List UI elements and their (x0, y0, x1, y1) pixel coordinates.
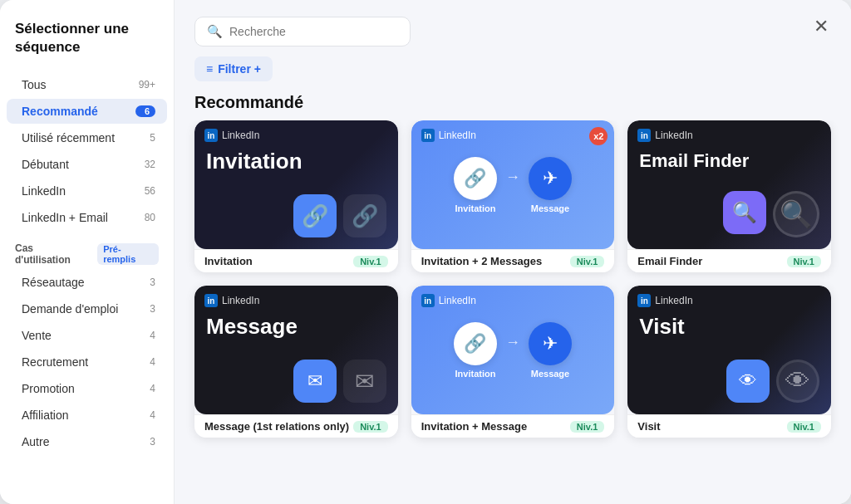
sidebar-badge: 4 (135, 330, 155, 341)
link-icon-blue: 🔗 (293, 194, 337, 237)
sidebar-title: Sélectionner une séquence (0, 20, 174, 71)
sidebar-item-tous[interactable]: Tous 99+ (7, 72, 167, 97)
card-invitation-message[interactable]: in LinkedIn 🔗 Invitation → ✈ Message (411, 286, 615, 438)
filter-label: Filtrer + (218, 62, 261, 76)
sidebar-item-vente[interactable]: Vente 4 (7, 323, 167, 348)
card-footer: Visit Niv.1 (627, 414, 831, 438)
sidebar-item-label: Affiliation (22, 409, 135, 422)
flow-content: 🔗 Invitation → ✈ Message (411, 120, 615, 249)
cards-area: in LinkedIn Invitation 🔗 🔗 Invitation Ni… (175, 120, 851, 504)
message-icon-blue: ✉ (293, 360, 337, 403)
filter-button[interactable]: ≡ Filtrer + (194, 56, 273, 81)
flow-node-label-msg: Message (531, 203, 569, 213)
sidebar: Sélectionner une séquence Tous 99+ Recom… (0, 0, 175, 504)
card-invitation-2-messages[interactable]: in LinkedIn x2 🔗 Invitation → ✈ (411, 120, 615, 272)
sidebar-item-recent[interactable]: Utilisé récemment 5 (7, 125, 167, 150)
sidebar-item-label: Réseautage (22, 276, 135, 289)
search-bar[interactable]: 🔍 (194, 17, 411, 46)
card-visit[interactable]: in LinkedIn Visit 👁 👁 Visit Niv.1 (627, 286, 831, 438)
modal: Sélectionner une séquence Tous 99+ Recom… (0, 0, 851, 504)
card-logo: in LinkedIn (637, 129, 692, 142)
search-input[interactable] (229, 25, 398, 38)
sidebar-item-label: Demande d'emploi (22, 302, 135, 316)
eye-icon-blue: 👁 (726, 360, 770, 403)
main-header: 🔍 (175, 0, 851, 46)
section-label-text: Cas d'utilisation (15, 242, 91, 266)
search-purple-icon: 🔍 (723, 191, 766, 234)
card-logo: in LinkedIn (204, 294, 259, 307)
sidebar-item-label: Recommandé (22, 105, 135, 118)
niv-badge: Niv.1 (353, 256, 387, 267)
sidebar-badge: 3 (135, 436, 155, 448)
card-footer: Invitation + Message Niv.1 (411, 414, 615, 438)
card-footer: Message (1st relations only) Niv.1 (194, 414, 398, 438)
sidebar-item-affiliation[interactable]: Affiliation 4 (7, 403, 167, 428)
sidebar-badge: 32 (135, 159, 155, 170)
sidebar-item-linkedin[interactable]: LinkedIn 56 (7, 179, 167, 203)
sidebar-badge: 3 (135, 303, 155, 315)
linkedin-icon: in (204, 294, 218, 307)
flow-node-circle-msg: ✈ (529, 322, 572, 365)
sidebar-item-label: Débutant (22, 158, 135, 171)
sidebar-item-label: Utilisé récemment (22, 131, 135, 144)
card-footer-label: Invitation + 2 Messages (421, 255, 543, 267)
niv-badge: Niv.1 (570, 421, 604, 433)
sidebar-item-label: Recrutement (22, 355, 135, 369)
sidebar-item-autre[interactable]: Autre 3 (7, 429, 167, 454)
sidebar-item-recommande[interactable]: Recommandé 6 (7, 99, 167, 124)
card-title: Visit (639, 314, 684, 340)
sidebar-item-label: Promotion (22, 382, 135, 395)
card-email-finder[interactable]: in LinkedIn Email Finder 🔍 🔍 Email Finde… (627, 120, 831, 272)
sidebar-badge: 56 (135, 185, 155, 197)
search-dark-icon: 🔍 (773, 191, 819, 237)
card-invitation[interactable]: in LinkedIn Invitation 🔗 🔗 Invitation Ni… (194, 120, 398, 272)
sidebar-item-promotion[interactable]: Promotion 4 (7, 376, 167, 401)
pre-fill-badge: Pré-remplis (97, 243, 159, 265)
card-icon-area: 🔍 🔍 (723, 191, 819, 237)
sidebar-badge: 80 (135, 212, 155, 223)
sidebar-badge: 3 (135, 276, 155, 288)
sidebar-item-label: LinkedIn + Email (22, 211, 135, 224)
sidebar-item-demande-emploi[interactable]: Demande d'emploi 3 (7, 296, 167, 321)
card-title: Message (206, 314, 298, 340)
card-footer: Invitation Niv.1 (194, 249, 398, 272)
sidebar-section-cas: Cas d'utilisation Pré-remplis (0, 231, 174, 269)
card-message[interactable]: in LinkedIn Message ✉ ✉ Message (1st rel… (194, 286, 398, 438)
flow-node-message: ✈ Message (529, 157, 572, 213)
linkedin-icon: in (637, 129, 651, 142)
sidebar-badge: 99+ (135, 79, 155, 91)
card-footer-label: Email Finder (637, 255, 702, 267)
flow-node-message: ✈ Message (529, 322, 572, 379)
linkedin-label: LinkedIn (222, 130, 259, 141)
card-title: Invitation (206, 149, 303, 174)
linkedin-icon: in (204, 129, 218, 142)
card-icon-area: ✉ ✉ (293, 360, 386, 403)
flow-content: 🔗 Invitation → ✈ Message (411, 286, 615, 414)
sidebar-item-label: LinkedIn (22, 184, 135, 198)
flow-node-label: Invitation (455, 203, 496, 213)
close-button[interactable]: ✕ (808, 13, 834, 40)
flow-node-circle: 🔗 (454, 322, 497, 365)
niv-badge: Niv.1 (787, 256, 821, 267)
card-footer-label: Message (1st relations only) (204, 420, 349, 433)
main-area: ✕ 🔍 ≡ Filtrer + Recommandé in (175, 0, 851, 504)
sidebar-item-recrutement[interactable]: Recrutement 4 (7, 350, 167, 374)
flow-node-circle: 🔗 (454, 157, 497, 200)
niv-badge: Niv.1 (787, 421, 821, 433)
sidebar-item-linkedin-email[interactable]: LinkedIn + Email 80 (7, 205, 167, 230)
card-logo: in LinkedIn (637, 294, 692, 307)
sidebar-item-label: Tous (22, 78, 135, 91)
sidebar-badge-blue: 6 (135, 105, 155, 117)
sidebar-item-label: Autre (22, 435, 135, 448)
linkedin-label: LinkedIn (222, 295, 259, 306)
linkedin-label: LinkedIn (655, 295, 692, 306)
niv-badge: Niv.1 (353, 421, 387, 433)
eye-icon-dark: 👁 (776, 360, 819, 403)
flow-node-label-msg: Message (531, 369, 569, 379)
section-title: Recommandé (175, 81, 851, 120)
sidebar-badge: 4 (135, 356, 155, 368)
sidebar-item-reseautage[interactable]: Réseautage 3 (7, 270, 167, 295)
card-footer: Email Finder Niv.1 (627, 249, 831, 272)
sidebar-item-debutant[interactable]: Débutant 32 (7, 152, 167, 177)
sidebar-item-label: Vente (22, 329, 135, 342)
